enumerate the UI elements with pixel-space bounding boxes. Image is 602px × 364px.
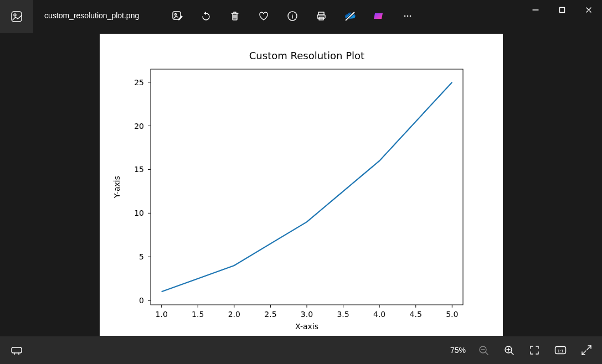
app-icon <box>0 0 33 33</box>
svg-text:1.5: 1.5 <box>192 310 204 319</box>
svg-text:10: 10 <box>134 209 144 217</box>
onedrive-disabled-icon[interactable] <box>344 10 356 22</box>
favorite-icon[interactable] <box>258 10 270 22</box>
svg-rect-6 <box>318 12 324 15</box>
toolbar <box>171 10 414 22</box>
svg-rect-12 <box>560 8 565 13</box>
svg-rect-7 <box>317 15 325 18</box>
svg-text:15: 15 <box>134 165 144 174</box>
bottombar: 75% 1:1 <box>0 336 602 364</box>
info-icon[interactable] <box>286 10 299 22</box>
svg-point-9 <box>404 15 406 17</box>
filmstrip-toggle-icon[interactable] <box>11 345 23 355</box>
edit-image-icon[interactable] <box>171 10 183 22</box>
zoom-level: 75% <box>450 346 466 355</box>
svg-text:1:1: 1:1 <box>557 349 564 353</box>
svg-text:X-axis: X-axis <box>295 322 318 331</box>
titlebar: custom_resolution_plot.png <box>0 0 602 33</box>
svg-point-11 <box>410 15 411 17</box>
svg-text:5: 5 <box>139 252 144 261</box>
svg-text:4.0: 4.0 <box>373 310 385 319</box>
window-controls <box>522 0 602 20</box>
svg-text:2.5: 2.5 <box>264 310 276 319</box>
svg-text:2.0: 2.0 <box>228 310 240 319</box>
minimize-button[interactable] <box>522 0 549 20</box>
svg-rect-47 <box>12 347 22 353</box>
zoom-out-icon[interactable] <box>478 345 489 356</box>
print-icon[interactable] <box>315 10 327 22</box>
chart-image: 1.01.52.02.53.03.54.04.55.00510152025X-a… <box>100 34 503 336</box>
svg-text:25: 25 <box>134 78 144 87</box>
svg-text:0: 0 <box>139 296 144 305</box>
fullscreen-icon[interactable] <box>581 345 592 356</box>
svg-rect-13 <box>151 69 463 305</box>
filename: custom_resolution_plot.png <box>33 0 139 20</box>
svg-text:5.0: 5.0 <box>446 310 458 319</box>
svg-text:1.0: 1.0 <box>155 310 167 319</box>
clipchamp-icon[interactable] <box>373 10 385 22</box>
svg-text:20: 20 <box>134 122 144 131</box>
fit-to-window-icon[interactable] <box>529 345 540 356</box>
close-button[interactable] <box>575 0 602 20</box>
svg-point-5 <box>292 14 293 15</box>
rotate-icon[interactable] <box>200 10 212 22</box>
image-viewport[interactable]: 1.01.52.02.53.03.54.04.55.00510152025X-a… <box>0 33 602 336</box>
svg-point-10 <box>407 15 409 17</box>
actual-size-icon[interactable]: 1:1 <box>554 346 567 355</box>
maximize-button[interactable] <box>549 0 575 20</box>
svg-text:Y-axis: Y-axis <box>112 176 121 199</box>
delete-icon[interactable] <box>229 10 241 22</box>
svg-point-1 <box>14 14 16 16</box>
svg-point-3 <box>175 14 177 15</box>
more-icon[interactable] <box>402 10 414 22</box>
svg-text:3.0: 3.0 <box>300 310 312 319</box>
zoom-in-icon[interactable] <box>503 345 514 356</box>
svg-text:3.5: 3.5 <box>337 310 349 319</box>
svg-text:Custom Resolution Plot: Custom Resolution Plot <box>249 50 364 61</box>
svg-text:4.5: 4.5 <box>409 310 421 319</box>
